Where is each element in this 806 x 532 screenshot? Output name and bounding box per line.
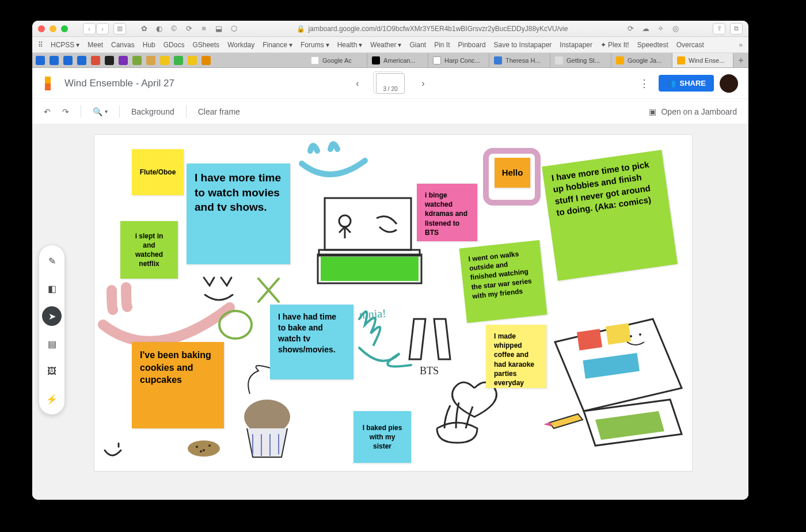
frame-indicator[interactable]: 3 / 20 — [376, 73, 405, 94]
sticky-note[interactable]: I have had time to bake and watch tv sho… — [270, 305, 353, 379]
ext-icon[interactable]: ⟳ — [184, 24, 194, 34]
bookmark-item[interactable]: Overcast — [676, 41, 704, 49]
tab[interactable]: Harp Conc... — [428, 53, 489, 67]
pinned-tab[interactable] — [202, 56, 211, 65]
bookmark-item[interactable]: Instapaper — [560, 41, 592, 49]
next-frame-button[interactable]: › — [415, 75, 431, 92]
new-tab-button[interactable]: + — [733, 53, 748, 67]
pinned-tab[interactable] — [105, 56, 114, 65]
jamboard-canvas[interactable]: Flute/Oboe I have more time to watch mov… — [94, 135, 692, 471]
pinned-tab[interactable] — [188, 56, 197, 65]
svg-point-16 — [639, 333, 641, 336]
tabs-icon[interactable]: ⧉ — [730, 23, 743, 35]
bookmark-item[interactable]: GSheets — [192, 41, 219, 49]
secondary-toolbar: ↶ ↷ 🔍 ▾ Background Clear frame ▣ Open on… — [32, 99, 748, 124]
minimize-window-button[interactable] — [50, 25, 56, 32]
sticky-note-tool[interactable]: ▤ — [42, 334, 62, 354]
laser-tool[interactable]: ⚡ — [42, 389, 62, 409]
bookmark-item[interactable]: Pinboard — [458, 41, 486, 49]
back-button[interactable]: ‹ — [83, 23, 96, 35]
bookmark-item[interactable]: Giant — [409, 41, 426, 49]
sticky-note[interactable]: i binge watched kdramas and listened to … — [417, 184, 477, 241]
ext-icon[interactable]: © — [169, 24, 179, 34]
bookmark-item[interactable]: Speedtest — [637, 41, 668, 49]
select-tool[interactable]: ➤ — [42, 306, 62, 326]
bookmarks-overflow[interactable]: » — [739, 41, 743, 49]
tab[interactable]: American... — [367, 53, 428, 67]
jamboard-logo-icon[interactable] — [43, 77, 56, 90]
more-menu-button[interactable]: ⋮ — [636, 75, 653, 92]
bookmark-item[interactable]: Hub — [143, 41, 155, 49]
bookmark-item[interactable]: HCPSS▾ — [51, 41, 79, 49]
pinned-tab[interactable] — [91, 56, 100, 65]
ext-icon[interactable]: ≡ — [199, 24, 209, 34]
address-bar[interactable]: 🔒 jamboard.google.com/d/1O9bcfwXMr3Y5ER4… — [244, 25, 621, 33]
sticky-note[interactable]: I baked pies with my sister — [353, 411, 411, 463]
ext-icon[interactable]: ⬓ — [214, 24, 224, 34]
pinned-tab[interactable] — [174, 56, 183, 65]
sticky-note[interactable]: I've been baking cookies and cupcakes — [132, 342, 224, 428]
bookmark-item[interactable]: Finance▾ — [263, 41, 292, 49]
star-icon[interactable]: ✧ — [655, 24, 666, 34]
background-button[interactable]: Background — [131, 107, 174, 116]
pinned-tab[interactable] — [36, 56, 45, 65]
zoom-button[interactable]: 🔍 ▾ — [93, 107, 108, 116]
forward-button[interactable]: › — [96, 23, 109, 35]
pinned-tab[interactable] — [119, 56, 128, 65]
document-title[interactable]: Wind Ensemble - April 27 — [64, 78, 174, 89]
sticky-note[interactable]: i slept in and watched netflix — [120, 221, 178, 279]
pinned-tab[interactable] — [50, 56, 59, 65]
pinned-tab[interactable] — [160, 56, 169, 65]
redo-button[interactable]: ↷ — [62, 107, 69, 116]
sticky-note[interactable]: I made whipped coffee and had karaoke pa… — [486, 325, 546, 388]
prev-frame-button[interactable]: ‹ — [349, 75, 366, 92]
bookmark-item[interactable]: Meet — [88, 41, 103, 49]
close-window-button[interactable] — [38, 25, 45, 32]
apps-grid-icon[interactable]: ⠿ — [38, 41, 43, 49]
browser-window: ‹ › ▥ ✿ ◐ © ⟳ ≡ ⬓ ⬡ 🔒 jamboard.google.co… — [32, 21, 748, 500]
bookmark-item[interactable]: Workday — [227, 41, 254, 49]
sticky-note[interactable]: I have more time to pick up hobbies and … — [542, 150, 678, 280]
pinned-tab[interactable] — [63, 56, 73, 65]
bookmark-item[interactable]: Canvas — [111, 41, 135, 49]
undo-button[interactable]: ↶ — [44, 107, 51, 116]
ext-icon[interactable]: ⬡ — [229, 24, 239, 34]
pinned-tab[interactable] — [132, 56, 142, 65]
open-on-jamboard[interactable]: ▣ Open on a Jamboard — [649, 107, 737, 116]
cloud-icon[interactable]: ☁ — [640, 24, 651, 34]
pen-tool[interactable]: ✎ — [42, 251, 62, 271]
image-tool[interactable]: 🖼 — [42, 362, 62, 381]
svg-point-11 — [200, 450, 202, 453]
divider — [186, 105, 187, 118]
sticky-note[interactable]: I went on walks outside and finished wat… — [459, 240, 548, 323]
bookmark-item[interactable]: ✦Plex It! — [600, 41, 629, 49]
sticky-note[interactable]: Flute/Oboe — [132, 149, 184, 195]
pinned-tab[interactable] — [77, 56, 86, 65]
ext-icon[interactable]: ✿ — [139, 24, 149, 34]
maximize-window-button[interactable] — [61, 25, 68, 32]
bookmark-item[interactable]: GDocs — [164, 41, 185, 49]
tab[interactable]: Getting St... — [550, 53, 611, 67]
share-button[interactable]: 👥 SHARE — [659, 75, 714, 92]
tab[interactable]: Google Ac — [306, 53, 367, 67]
account-avatar[interactable] — [720, 74, 738, 93]
tab-active[interactable]: Wind Ense... — [672, 53, 733, 67]
reload-icon[interactable]: ⟳ — [625, 24, 636, 34]
tab[interactable]: Theresa H... — [489, 53, 550, 67]
pinned-tab[interactable] — [146, 56, 155, 65]
bookmark-item[interactable]: Weather▾ — [370, 41, 401, 49]
ext-icon[interactable]: ◐ — [154, 24, 164, 34]
tab[interactable]: Google Ja... — [611, 53, 672, 67]
sticky-note[interactable]: I have more time to watch movies and tv … — [187, 164, 290, 264]
share-icon[interactable]: ⇪ — [713, 23, 725, 35]
bookmark-item[interactable]: Forums▾ — [301, 41, 329, 49]
clear-frame-button[interactable]: Clear frame — [198, 107, 240, 116]
sidebar-button[interactable]: ▥ — [113, 23, 126, 35]
bookmark-item[interactable]: Health▾ — [337, 41, 363, 49]
eraser-tool[interactable]: ◧ — [42, 279, 62, 298]
sticky-note[interactable]: Hello — [495, 158, 530, 188]
compass-icon[interactable]: ◎ — [670, 24, 680, 34]
bookmark-item[interactable]: Save to Instapaper — [494, 41, 552, 49]
lock-icon: 🔒 — [296, 25, 305, 33]
bookmark-item[interactable]: Pin It — [434, 41, 450, 49]
